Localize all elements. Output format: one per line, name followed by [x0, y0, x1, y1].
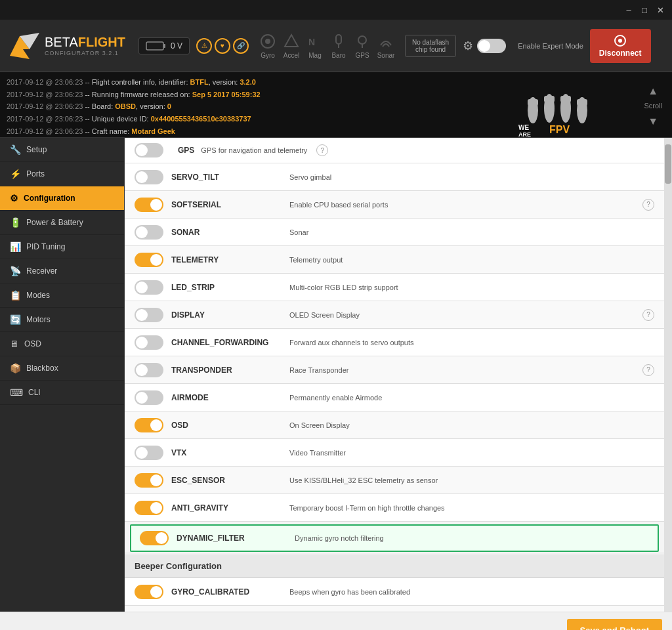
led-strip-desc: Multi-color RGB LED strip support — [289, 284, 654, 291]
sidebar-item-osd[interactable]: 🖥 OSD — [0, 332, 124, 356]
osd-toggle[interactable] — [135, 418, 163, 432]
esc-sensor-toggle[interactable] — [135, 473, 163, 488]
we-are-fpv-svg: WE ARE FPV — [513, 74, 605, 136]
feature-row-anti-gravity: ANTI_GRAVITY Temporary boost I-Term on h… — [125, 494, 664, 522]
display-name: DISPLAY — [171, 310, 289, 320]
servo-tilt-name: SERVO_TILT — [171, 173, 289, 182]
svg-rect-2 — [146, 42, 163, 50]
svg-rect-15 — [528, 99, 538, 106]
transponder-help-icon[interactable]: ? — [642, 364, 654, 376]
sensor-accel: Accel — [282, 32, 301, 59]
disconnect-label: Disconnect — [599, 49, 642, 58]
sensor-baro-label: Baro — [331, 52, 345, 59]
main-layout: 🔧 Setup ⚡ Ports ⚙ Configuration 🔋 Power … — [0, 138, 672, 612]
sidebar-item-setup[interactable]: 🔧 Setup — [0, 138, 124, 162]
display-toggle[interactable] — [135, 308, 163, 322]
scroll-control[interactable]: ▲ Scroll ▼ — [644, 82, 662, 130]
sidebar-item-motors[interactable]: 🔄 Motors — [0, 308, 124, 332]
svg-point-12 — [618, 39, 622, 43]
display-desc: OLED Screen Display — [289, 311, 640, 319]
sonar-toggle[interactable] — [135, 225, 163, 240]
disconnect-button[interactable]: Disconnect — [590, 29, 651, 63]
sensor-group: Gyro Accel N Mag Baro GPS Sonar — [259, 32, 395, 59]
gps-panel: GPS GPS for navigation and telemetry ? — [125, 138, 664, 163]
save-reboot-button[interactable]: Save and Reboot — [567, 619, 662, 631]
gyro-calibrated-desc: Beeps when gyro has been calibrated — [289, 588, 654, 596]
cli-icon: ⌨ — [10, 387, 23, 398]
esc-sensor-name: ESC_SENSOR — [171, 476, 289, 485]
scrollbar[interactable] — [664, 138, 672, 612]
beeper-section: GYRO_CALIBRATED Beeps when gyro has been… — [125, 578, 664, 612]
scrollbar-thumb[interactable] — [665, 144, 671, 184]
sidebar-label-motors: Motors — [26, 315, 51, 324]
logo-beta: BETA — [45, 35, 78, 50]
logo-text: BETA FLIGHT CONFIGURATOR 3.2.1 — [45, 35, 125, 56]
sidebar-item-ports[interactable]: ⚡ Ports — [0, 162, 124, 186]
feature-row-vtx: VTX Video Transmitter — [125, 439, 664, 467]
sidebar-item-modes[interactable]: 📋 Modes — [0, 284, 124, 308]
sidebar-label-osd: OSD — [24, 339, 41, 348]
sidebar-item-power-battery[interactable]: 🔋 Power & Battery — [0, 211, 124, 235]
expert-mode-switch[interactable] — [477, 39, 506, 53]
svg-rect-7 — [336, 35, 341, 44]
sidebar-item-receiver[interactable]: 📡 Receiver — [0, 259, 124, 284]
svg-point-5 — [265, 39, 270, 44]
main-content: GPS GPS for navigation and telemetry ? S… — [125, 138, 664, 612]
svg-text:WE: WE — [518, 124, 529, 131]
scroll-label: Scroll — [644, 100, 662, 112]
gps-help-icon[interactable]: ? — [316, 144, 328, 156]
sidebar-item-cli[interactable]: ⌨ CLI — [0, 381, 124, 405]
setup-icon: 🔧 — [10, 144, 21, 155]
telemetry-toggle[interactable] — [135, 253, 163, 267]
airmode-desc: Permanently enable Airmode — [289, 394, 654, 402]
channel-fwd-toggle[interactable] — [135, 335, 163, 350]
feature-row-softserial: SOFTSERIAL Enable CPU based serial ports… — [125, 191, 664, 219]
svg-rect-19 — [560, 96, 571, 102]
scroll-down-icon[interactable]: ▼ — [648, 112, 658, 130]
sidebar-label-modes: Modes — [26, 291, 50, 300]
feature-row-servo-tilt: SERVO_TILT Servo gimbal — [125, 163, 664, 191]
sensor-gps-label: GPS — [355, 52, 369, 59]
servo-tilt-desc: Servo gimbal — [289, 173, 654, 181]
led-strip-toggle[interactable] — [135, 280, 163, 295]
anti-gravity-toggle[interactable] — [135, 501, 163, 515]
warning-icons: ⚠ ♥ 🔗 — [196, 38, 249, 54]
sidebar-item-blackbox[interactable]: 📦 Blackbox — [0, 356, 124, 381]
sidebar-label-cli: CLI — [28, 388, 41, 397]
sonar-icon — [377, 32, 395, 51]
feature-row-sonar: SONAR Sonar — [125, 219, 664, 246]
transponder-toggle[interactable] — [135, 363, 163, 377]
osd-name: OSD — [171, 421, 289, 430]
feature-row-dynamic-filter: DYNAMIC_FILTER Dynamic gyro notch filter… — [130, 524, 659, 552]
blackbox-icon: 📦 — [10, 363, 21, 373]
softserial-help-icon[interactable]: ? — [642, 199, 654, 211]
osd-icon: 🖥 — [10, 339, 19, 349]
sidebar-label-power-battery: Power & Battery — [26, 218, 83, 227]
servo-tilt-toggle[interactable] — [135, 170, 163, 184]
betaflight-logo-icon — [7, 30, 39, 62]
dataflash-button[interactable]: No dataflash chip found — [405, 35, 456, 57]
voltage-display: 0 V — [138, 37, 190, 54]
svg-text:ARE: ARE — [518, 131, 531, 136]
sidebar-item-pid-tuning[interactable]: 📊 PID Tuning — [0, 235, 124, 259]
display-help-icon[interactable]: ? — [642, 309, 654, 321]
scroll-up-icon[interactable]: ▲ — [648, 82, 658, 100]
vtx-toggle[interactable] — [135, 446, 163, 460]
gear-button[interactable]: ⚙ — [463, 39, 473, 53]
minimize-button[interactable]: – — [622, 3, 635, 16]
gyro-calibrated-toggle[interactable] — [135, 585, 163, 599]
svg-text:N: N — [308, 37, 315, 47]
airmode-toggle[interactable] — [135, 390, 163, 405]
close-button[interactable]: ✕ — [654, 3, 667, 16]
telemetry-name: TELEMETRY — [171, 255, 289, 264]
softserial-toggle[interactable] — [135, 198, 163, 212]
dynamic-filter-toggle[interactable] — [140, 531, 169, 545]
sidebar-item-configuration[interactable]: ⚙ Configuration — [0, 186, 124, 211]
sidebar-label-configuration: Configuration — [24, 194, 75, 203]
sidebar: 🔧 Setup ⚡ Ports ⚙ Configuration 🔋 Power … — [0, 138, 125, 612]
expert-mode-toggle[interactable]: Enable Expert Mode — [477, 39, 583, 53]
sensor-gps: GPS — [353, 32, 371, 59]
maximize-button[interactable]: □ — [638, 3, 651, 16]
gps-toggle[interactable] — [135, 143, 163, 158]
fpv-logo: WE ARE FPV — [511, 72, 606, 138]
